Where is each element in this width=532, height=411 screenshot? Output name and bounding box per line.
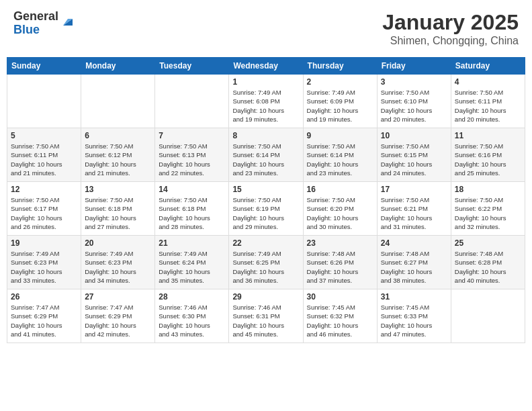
day-number: 15 xyxy=(232,185,299,194)
week-row-2: 5Sunrise: 7:50 AM Sunset: 6:11 PM Daylig… xyxy=(7,128,525,182)
weekday-header-monday: Monday xyxy=(81,58,155,75)
day-cell: 25Sunrise: 7:48 AM Sunset: 6:28 PM Dayli… xyxy=(451,236,525,289)
day-number: 8 xyxy=(232,131,299,140)
day-info: Sunrise: 7:50 AM Sunset: 6:18 PM Dayligh… xyxy=(159,195,225,231)
day-cell xyxy=(155,75,229,128)
day-info: Sunrise: 7:49 AM Sunset: 6:25 PM Dayligh… xyxy=(232,249,299,285)
week-row-4: 19Sunrise: 7:49 AM Sunset: 6:23 PM Dayli… xyxy=(7,236,525,289)
weekday-header-wednesday: Wednesday xyxy=(229,58,303,75)
day-number: 5 xyxy=(11,131,77,140)
day-cell: 3Sunrise: 7:50 AM Sunset: 6:10 PM Daylig… xyxy=(377,75,451,128)
day-cell: 7Sunrise: 7:50 AM Sunset: 6:13 PM Daylig… xyxy=(155,128,229,182)
day-cell: 27Sunrise: 7:47 AM Sunset: 6:29 PM Dayli… xyxy=(81,289,155,343)
day-number: 2 xyxy=(307,77,373,87)
day-cell: 19Sunrise: 7:49 AM Sunset: 6:23 PM Dayli… xyxy=(7,236,81,289)
calendar-header: SundayMondayTuesdayWednesdayThursdayFrid… xyxy=(7,58,525,75)
logo-blue-text: Blue xyxy=(13,24,58,37)
day-info: Sunrise: 7:50 AM Sunset: 6:11 PM Dayligh… xyxy=(455,88,521,124)
day-info: Sunrise: 7:49 AM Sunset: 6:23 PM Dayligh… xyxy=(85,249,151,285)
day-number: 20 xyxy=(85,238,151,248)
day-number: 7 xyxy=(159,131,225,140)
day-number: 25 xyxy=(455,238,521,248)
day-info: Sunrise: 7:50 AM Sunset: 6:14 PM Dayligh… xyxy=(307,142,373,177)
day-info: Sunrise: 7:50 AM Sunset: 6:17 PM Dayligh… xyxy=(11,195,77,231)
day-cell: 20Sunrise: 7:49 AM Sunset: 6:23 PM Dayli… xyxy=(81,236,155,289)
day-info: Sunrise: 7:50 AM Sunset: 6:10 PM Dayligh… xyxy=(381,88,447,124)
day-cell: 13Sunrise: 7:50 AM Sunset: 6:18 PM Dayli… xyxy=(81,182,155,236)
day-info: Sunrise: 7:46 AM Sunset: 6:31 PM Dayligh… xyxy=(232,303,299,338)
day-info: Sunrise: 7:50 AM Sunset: 6:11 PM Dayligh… xyxy=(11,142,77,177)
day-info: Sunrise: 7:50 AM Sunset: 6:22 PM Dayligh… xyxy=(455,195,521,231)
day-number: 18 xyxy=(455,185,521,194)
day-cell: 1Sunrise: 7:49 AM Sunset: 6:08 PM Daylig… xyxy=(229,75,303,128)
weekday-header-thursday: Thursday xyxy=(303,58,377,75)
day-cell xyxy=(7,75,81,128)
day-cell: 8Sunrise: 7:50 AM Sunset: 6:14 PM Daylig… xyxy=(229,128,303,182)
day-number: 10 xyxy=(381,131,447,140)
day-cell: 12Sunrise: 7:50 AM Sunset: 6:17 PM Dayli… xyxy=(7,182,81,236)
day-cell: 21Sunrise: 7:49 AM Sunset: 6:24 PM Dayli… xyxy=(155,236,229,289)
day-cell: 31Sunrise: 7:45 AM Sunset: 6:33 PM Dayli… xyxy=(377,289,451,343)
weekday-header-saturday: Saturday xyxy=(451,58,525,75)
day-number: 3 xyxy=(381,77,447,87)
day-number: 29 xyxy=(232,292,299,302)
day-cell: 11Sunrise: 7:50 AM Sunset: 6:16 PM Dayli… xyxy=(451,128,525,182)
day-number: 30 xyxy=(307,292,373,302)
month-title: January 2025 xyxy=(382,10,519,35)
day-info: Sunrise: 7:47 AM Sunset: 6:29 PM Dayligh… xyxy=(11,303,77,338)
day-cell: 16Sunrise: 7:50 AM Sunset: 6:20 PM Dayli… xyxy=(303,182,377,236)
day-number: 17 xyxy=(381,185,447,194)
logo: General Blue xyxy=(13,10,75,37)
day-info: Sunrise: 7:46 AM Sunset: 6:30 PM Dayligh… xyxy=(159,303,225,338)
day-cell: 5Sunrise: 7:50 AM Sunset: 6:11 PM Daylig… xyxy=(7,128,81,182)
day-number: 23 xyxy=(307,238,373,248)
day-info: Sunrise: 7:49 AM Sunset: 6:24 PM Dayligh… xyxy=(159,249,225,285)
day-number: 27 xyxy=(85,292,151,302)
day-info: Sunrise: 7:48 AM Sunset: 6:26 PM Dayligh… xyxy=(307,249,373,285)
day-info: Sunrise: 7:50 AM Sunset: 6:20 PM Dayligh… xyxy=(307,195,373,231)
logo-icon xyxy=(60,13,75,28)
day-cell: 22Sunrise: 7:49 AM Sunset: 6:25 PM Dayli… xyxy=(229,236,303,289)
logo-general-text: General xyxy=(13,10,58,24)
day-cell: 29Sunrise: 7:46 AM Sunset: 6:31 PM Dayli… xyxy=(229,289,303,343)
day-cell: 23Sunrise: 7:48 AM Sunset: 6:26 PM Dayli… xyxy=(303,236,377,289)
day-cell: 2Sunrise: 7:49 AM Sunset: 6:09 PM Daylig… xyxy=(303,75,377,128)
day-number: 14 xyxy=(159,185,225,194)
day-number: 6 xyxy=(85,131,151,140)
day-info: Sunrise: 7:50 AM Sunset: 6:14 PM Dayligh… xyxy=(232,142,299,177)
day-info: Sunrise: 7:48 AM Sunset: 6:27 PM Dayligh… xyxy=(381,249,447,285)
day-info: Sunrise: 7:45 AM Sunset: 6:33 PM Dayligh… xyxy=(381,303,447,338)
day-info: Sunrise: 7:49 AM Sunset: 6:23 PM Dayligh… xyxy=(11,249,77,285)
day-cell: 6Sunrise: 7:50 AM Sunset: 6:12 PM Daylig… xyxy=(81,128,155,182)
day-cell: 4Sunrise: 7:50 AM Sunset: 6:11 PM Daylig… xyxy=(451,75,525,128)
day-info: Sunrise: 7:50 AM Sunset: 6:16 PM Dayligh… xyxy=(455,142,521,177)
day-number: 13 xyxy=(85,185,151,194)
day-number: 19 xyxy=(11,238,77,248)
day-info: Sunrise: 7:49 AM Sunset: 6:09 PM Dayligh… xyxy=(307,88,373,124)
weekday-header-tuesday: Tuesday xyxy=(155,58,229,75)
day-cell: 30Sunrise: 7:45 AM Sunset: 6:32 PM Dayli… xyxy=(303,289,377,343)
day-info: Sunrise: 7:50 AM Sunset: 6:15 PM Dayligh… xyxy=(381,142,447,177)
day-info: Sunrise: 7:49 AM Sunset: 6:08 PM Dayligh… xyxy=(232,88,299,124)
day-cell xyxy=(451,289,525,343)
week-row-5: 26Sunrise: 7:47 AM Sunset: 6:29 PM Dayli… xyxy=(7,289,525,343)
week-row-3: 12Sunrise: 7:50 AM Sunset: 6:17 PM Dayli… xyxy=(7,182,525,236)
day-number: 16 xyxy=(307,185,373,194)
day-info: Sunrise: 7:45 AM Sunset: 6:32 PM Dayligh… xyxy=(307,303,373,338)
weekday-header-sunday: Sunday xyxy=(7,58,81,75)
day-cell: 9Sunrise: 7:50 AM Sunset: 6:14 PM Daylig… xyxy=(303,128,377,182)
calendar-table: SundayMondayTuesdayWednesdayThursdayFrid… xyxy=(7,57,525,343)
day-cell: 14Sunrise: 7:50 AM Sunset: 6:18 PM Dayli… xyxy=(155,182,229,236)
day-info: Sunrise: 7:50 AM Sunset: 6:18 PM Dayligh… xyxy=(85,195,151,231)
day-number: 24 xyxy=(381,238,447,248)
day-number: 28 xyxy=(159,292,225,302)
day-number: 9 xyxy=(307,131,373,140)
day-info: Sunrise: 7:48 AM Sunset: 6:28 PM Dayligh… xyxy=(455,249,521,285)
day-info: Sunrise: 7:50 AM Sunset: 6:12 PM Dayligh… xyxy=(85,142,151,177)
day-number: 22 xyxy=(232,238,299,248)
day-info: Sunrise: 7:50 AM Sunset: 6:19 PM Dayligh… xyxy=(232,195,299,231)
day-cell: 17Sunrise: 7:50 AM Sunset: 6:21 PM Dayli… xyxy=(377,182,451,236)
day-cell xyxy=(81,75,155,128)
day-info: Sunrise: 7:50 AM Sunset: 6:21 PM Dayligh… xyxy=(381,195,447,231)
day-cell: 10Sunrise: 7:50 AM Sunset: 6:15 PM Dayli… xyxy=(377,128,451,182)
